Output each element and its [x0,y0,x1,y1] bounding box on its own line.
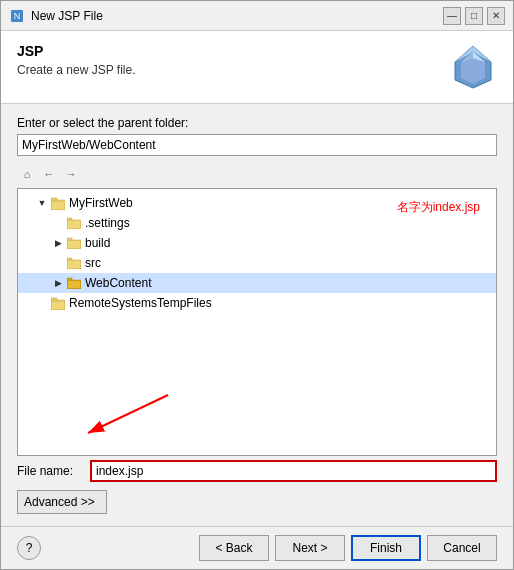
button-bar: ? < Back Next > Finish Cancel [1,526,513,569]
folder-input[interactable] [17,134,497,156]
back-nav-button[interactable]: ⌂ [17,164,37,184]
back-button[interactable]: < Back [199,535,269,561]
next-button[interactable]: Next > [275,535,345,561]
prev-nav-button[interactable]: ← [39,164,59,184]
header-section: JSP Create a new JSP file. [1,31,513,104]
next-nav-button[interactable]: → [61,164,81,184]
window-title: New JSP File [31,9,443,23]
tree-item-build[interactable]: ▶ build [18,233,496,253]
svg-rect-23 [51,298,57,301]
folder-icon-src [66,255,82,271]
header-icon [449,43,497,91]
cancel-button[interactable]: Cancel [427,535,497,561]
file-name-row: File name: [17,460,497,482]
svg-rect-12 [68,221,80,228]
minimize-button[interactable]: — [443,7,461,25]
svg-rect-17 [67,258,72,261]
title-bar-buttons: — □ ✕ [443,7,505,25]
tree-label-webcontent: WebContent [85,276,152,290]
expander-webcontent[interactable]: ▶ [50,278,66,288]
svg-rect-8 [51,198,57,201]
tree-label-remotesystems: RemoteSystemsTempFiles [69,296,212,310]
svg-rect-11 [67,218,72,221]
project-icon-myfirstweb [50,195,66,211]
svg-rect-9 [52,202,64,209]
file-name-label: File name: [17,464,82,478]
project-icon-remotesystems [50,295,66,311]
tree-label-src: src [85,256,101,270]
header-title: JSP [17,43,449,59]
svg-text:N: N [14,11,21,21]
folder-icon-build [66,235,82,251]
expander-myfirstweb[interactable]: ▼ [34,198,50,208]
tree-item-myfirstweb[interactable]: ▼ MyFirstWeb [18,193,496,213]
svg-rect-15 [68,241,80,248]
advanced-section: Advanced >> [17,490,497,514]
tree-item-src[interactable]: src [18,253,496,273]
help-button[interactable]: ? [17,536,41,560]
finish-button[interactable]: Finish [351,535,421,561]
header-text: JSP Create a new JSP file. [17,43,449,77]
advanced-button[interactable]: Advanced >> [17,490,107,514]
dialog: N New JSP File — □ ✕ JSP Create a new JS… [0,0,514,570]
svg-rect-24 [52,302,64,309]
header-subtitle: Create a new JSP file. [17,63,449,77]
svg-rect-21 [68,281,80,288]
svg-rect-20 [67,278,72,281]
tree-item-remotesystems[interactable]: RemoteSystemsTempFiles [18,293,496,313]
maximize-button[interactable]: □ [465,7,483,25]
tree-item-settings[interactable]: .settings [18,213,496,233]
folder-label: Enter or select the parent folder: [17,116,497,130]
folder-icon-settings [66,215,82,231]
tree-label-myfirstweb: MyFirstWeb [69,196,133,210]
dialog-icon: N [9,8,25,24]
tree-label-build: build [85,236,110,250]
title-bar: N New JSP File — □ ✕ [1,1,513,31]
tree-item-webcontent[interactable]: ▶ WebContent [18,273,496,293]
tree-label-settings: .settings [85,216,130,230]
tree-container: 名字为index.jsp ▼ MyFirstWeb [17,188,497,456]
svg-line-26 [88,395,168,433]
close-button[interactable]: ✕ [487,7,505,25]
content: Enter or select the parent folder: ⌂ ← →… [1,104,513,526]
tree-toolbar: ⌂ ← → [17,164,497,184]
file-name-input[interactable] [90,460,497,482]
svg-rect-14 [67,238,72,241]
svg-rect-18 [68,261,80,268]
folder-icon-webcontent [66,275,82,291]
expander-build[interactable]: ▶ [50,238,66,248]
